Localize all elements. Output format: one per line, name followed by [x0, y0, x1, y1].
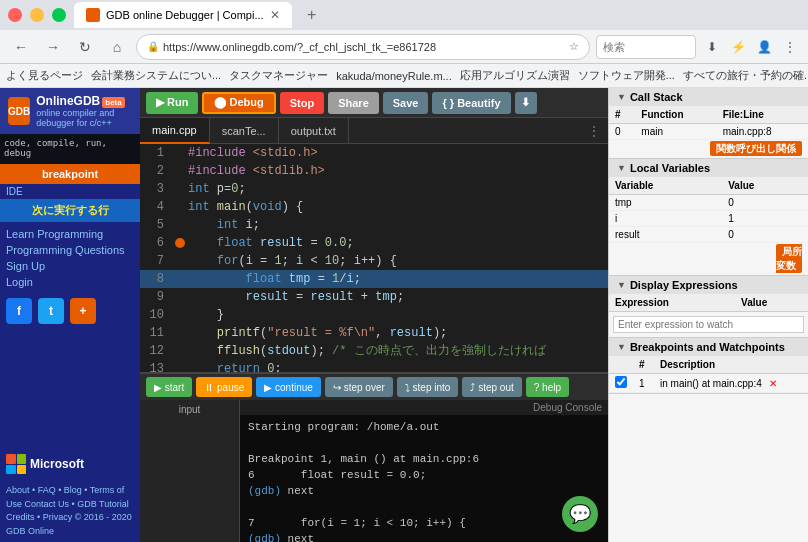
support-chat-button[interactable]: 💬: [562, 496, 598, 532]
sidebar-link-signup[interactable]: Sign Up: [6, 260, 134, 272]
download-button[interactable]: ⬇: [515, 92, 537, 114]
console-line-6: 7 for(i = 1; i < 10; i++) {: [248, 515, 600, 531]
code-line-13: 13 return 0;: [140, 360, 608, 372]
sidebar: GDB OnlineGDBbeta online compiler and de…: [0, 88, 140, 542]
beautify-button[interactable]: { } Beautify: [432, 92, 510, 114]
file-tab-main[interactable]: main.cpp: [140, 118, 210, 144]
call-stack-header[interactable]: ▼ Call Stack: [609, 88, 808, 106]
console-line-5: [248, 499, 600, 515]
debug-step-over-button[interactable]: ↪ step over: [325, 377, 393, 397]
search-input[interactable]: [596, 35, 696, 59]
bookmark-6[interactable]: すべての旅行・予約の確...: [683, 68, 808, 83]
sidebar-link-learn[interactable]: Learn Programming: [6, 228, 134, 240]
debug-step-out-button[interactable]: ⤴ step out: [462, 377, 521, 397]
minimize-button[interactable]: [30, 8, 44, 22]
stop-button[interactable]: Stop: [280, 92, 324, 114]
file-tab-scan[interactable]: scanTe...: [210, 118, 279, 144]
ide-label: IDE: [0, 184, 140, 199]
debug-help-button[interactable]: ? help: [526, 377, 569, 397]
run-button[interactable]: ▶ Run: [146, 92, 198, 114]
back-button[interactable]: ←: [8, 34, 34, 60]
bookmark-5[interactable]: ソフトウェア開発...: [578, 68, 675, 83]
main-content: GDB OnlineGDBbeta online compiler and de…: [0, 88, 808, 542]
new-tab-button[interactable]: +: [300, 3, 324, 27]
menu-icon[interactable]: ⋮: [780, 37, 800, 57]
debug-continue-button[interactable]: ▶ continue: [256, 377, 321, 397]
code-line-1: 1 #include <stdio.h>: [140, 144, 608, 162]
home-button[interactable]: ⌂: [104, 34, 130, 60]
sidebar-subtitle: online compiler and debugger for c/c++: [36, 108, 132, 128]
file-tab-output[interactable]: output.txt: [279, 118, 349, 144]
breakpoints-table: # Description 1 in main() at main.cpp:4 …: [609, 356, 808, 393]
bookmark-3[interactable]: kakuda/moneyRule.m...: [336, 70, 452, 82]
debug-step-into-button[interactable]: ⤵ step into: [397, 377, 459, 397]
ms-red: [6, 454, 16, 464]
sidebar-header: GDB OnlineGDBbeta online compiler and de…: [0, 88, 140, 134]
bookmark-2[interactable]: タスクマネージャー: [229, 68, 328, 83]
plus-button[interactable]: +: [70, 298, 96, 324]
display-expressions-header[interactable]: ▼ Display Expressions: [609, 276, 808, 294]
lv-var-result: result: [609, 227, 722, 243]
local-vars-table: Variable Value tmp 0 i 1 result: [609, 177, 808, 243]
sidebar-footer: About • FAQ • Blog • Terms of Use Contac…: [0, 480, 140, 542]
lv-val-i: 1: [722, 211, 808, 227]
twitter-button[interactable]: t: [38, 298, 64, 324]
ms-green: [17, 454, 27, 464]
next-line-annotation: 次に実行する行: [0, 199, 140, 222]
debug-input-panel: input: [140, 400, 240, 542]
debug-start-button[interactable]: ▶ start: [146, 377, 192, 397]
debug-panels: input Debug Console Starting program: /h…: [140, 400, 608, 542]
file-tab-menu[interactable]: ⋮: [580, 124, 608, 138]
forward-button[interactable]: →: [40, 34, 66, 60]
browser-tab[interactable]: GDB online Debugger | Compi... ✕: [74, 2, 292, 28]
code-line-9: 9 result = result + tmp;: [140, 288, 608, 306]
func-relation-annotation: 関数呼び出し関係: [710, 141, 802, 156]
tab-title: GDB online Debugger | Compi...: [106, 9, 264, 21]
sidebar-link-login[interactable]: Login: [6, 276, 134, 288]
sidebar-link-programming[interactable]: Programming Questions: [6, 244, 134, 256]
profile-icon[interactable]: 👤: [754, 37, 774, 57]
reload-button[interactable]: ↻: [72, 34, 98, 60]
download-icon[interactable]: ⬇: [702, 37, 722, 57]
console-line-4: (gdb) next: [248, 483, 600, 499]
sidebar-bottom: Microsoft: [0, 448, 140, 480]
debug-button[interactable]: ⬤ Debug: [202, 92, 275, 114]
code-editor: 1 #include <stdio.h> 2 #include <stdlib.…: [140, 144, 608, 372]
bp-title: Breakpoints and Watchpoints: [630, 341, 785, 353]
debug-pause-button[interactable]: ⏸ pause: [196, 377, 252, 397]
share-button[interactable]: Share: [328, 92, 379, 114]
code-line-11: 11 printf("result = %f\n", result);: [140, 324, 608, 342]
breakpoints-header[interactable]: ▼ Breakpoints and Watchpoints: [609, 338, 808, 356]
code-line-8: 8 float tmp = 1/i;: [140, 270, 608, 288]
expression-input[interactable]: [613, 316, 804, 333]
bp-chevron: ▼: [617, 342, 626, 352]
tab-favicon: [86, 8, 100, 22]
bookmark-1[interactable]: 会計業務システムについ...: [91, 68, 221, 83]
display-expressions-table: Expression Value: [609, 294, 808, 312]
bookmark-0[interactable]: よく見るページ: [6, 68, 83, 83]
bp-delete-0[interactable]: ✕: [769, 378, 777, 389]
de-col-val: Value: [735, 294, 808, 312]
url-bar[interactable]: 🔒 https://www.onlinegdb.com/?_cf_chl_jsc…: [136, 34, 590, 60]
maximize-button[interactable]: [52, 8, 66, 22]
local-var-row-tmp: tmp 0: [609, 195, 808, 211]
bookmark-icon[interactable]: ☆: [569, 40, 579, 53]
debug-console[interactable]: Starting program: /home/a.out Breakpoint…: [240, 415, 608, 542]
local-var-row-result: result 0: [609, 227, 808, 243]
local-vars-header[interactable]: ▼ Local Variables: [609, 159, 808, 177]
call-stack-col-func: Function: [635, 106, 716, 124]
close-button[interactable]: [8, 8, 22, 22]
save-button[interactable]: Save: [383, 92, 429, 114]
address-bar: ← → ↻ ⌂ 🔒 https://www.onlinegdb.com/?_cf…: [0, 30, 808, 64]
breakpoints-section: ▼ Breakpoints and Watchpoints # Descript…: [609, 338, 808, 394]
bookmark-4[interactable]: 応用アルゴリズム演習: [460, 68, 570, 83]
console-line-0: Starting program: /home/a.out: [248, 419, 600, 435]
extensions-icon[interactable]: ⚡: [728, 37, 748, 57]
code-line-6: 6 float result = 0.0;: [140, 234, 608, 252]
lv-var-i: i: [609, 211, 722, 227]
cs-file-0: main.cpp:8: [717, 124, 808, 140]
tab-close-button[interactable]: ✕: [270, 8, 280, 22]
bp-check-0[interactable]: [609, 374, 633, 393]
facebook-button[interactable]: f: [6, 298, 32, 324]
breakpoint-annotation: breakpoint: [0, 164, 140, 184]
